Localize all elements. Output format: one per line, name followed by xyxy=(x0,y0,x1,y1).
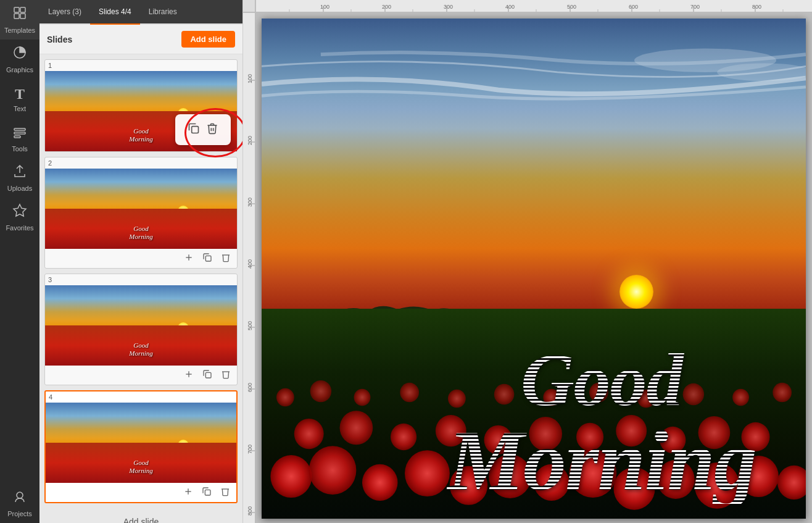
text-icon: T xyxy=(15,86,25,103)
svg-text:800: 800 xyxy=(752,4,761,10)
panel: Layers (3) Slides 4/4 Libraries Slides A… xyxy=(39,0,243,523)
sidebar-text-label: Text xyxy=(14,105,26,112)
slide-4-actions xyxy=(46,483,236,502)
svg-point-90 xyxy=(276,388,294,406)
svg-point-8 xyxy=(17,492,23,498)
svg-text:300: 300 xyxy=(444,4,453,10)
sidebar-item-tools[interactable]: Tools xyxy=(0,119,39,158)
svg-point-91 xyxy=(310,380,332,401)
slide-thumb-text-4: GoodMorning xyxy=(129,459,153,475)
svg-text:100: 100 xyxy=(247,74,253,83)
sidebar-item-favorites[interactable]: Favorites xyxy=(0,198,39,237)
ruler-corner xyxy=(243,0,255,12)
sidebar-item-text[interactable]: T Text xyxy=(0,79,39,119)
slide-3-delete-button[interactable] xyxy=(218,368,233,382)
slide-2-actions xyxy=(45,249,237,268)
svg-text:600: 600 xyxy=(629,4,638,10)
projects-icon xyxy=(12,489,27,508)
slide-2-delete-button[interactable] xyxy=(218,251,233,266)
uploads-icon xyxy=(12,164,27,182)
svg-text:500: 500 xyxy=(247,321,253,330)
svg-text:600: 600 xyxy=(247,383,253,392)
svg-rect-18 xyxy=(205,490,210,495)
svg-rect-15 xyxy=(205,372,211,378)
svg-point-68 xyxy=(362,464,398,500)
main-canvas: Good Morning xyxy=(255,12,812,523)
svg-rect-1 xyxy=(20,7,25,12)
svg-point-66 xyxy=(270,455,312,498)
svg-rect-3 xyxy=(20,14,25,19)
slide-4-duplicate-button[interactable] xyxy=(199,485,214,500)
sidebar-item-uploads[interactable]: Uploads xyxy=(0,158,39,198)
svg-point-67 xyxy=(309,446,357,495)
slide-thumbnail-4: GoodMorning xyxy=(46,403,236,483)
slide-3-actions xyxy=(45,366,237,385)
ruler-top: 100 200 300 400 500 600 700 800 900 xyxy=(255,0,812,12)
add-slide-button[interactable]: Add slide xyxy=(181,31,235,48)
slide-number-2: 2 xyxy=(45,157,237,169)
slide-item-3[interactable]: 3 GoodMorning xyxy=(44,274,238,385)
tab-slides[interactable]: Slides 4/4 xyxy=(90,0,140,25)
slide-3-duplicate-button[interactable] xyxy=(200,368,215,382)
popup-delete-button[interactable] xyxy=(206,122,218,138)
slide-number-1: 1 xyxy=(45,60,237,71)
svg-point-92 xyxy=(354,388,371,406)
sidebar-item-projects[interactable]: Projects xyxy=(0,483,39,523)
svg-rect-2 xyxy=(14,14,19,19)
svg-text:100: 100 xyxy=(320,4,329,10)
slide-number-4: 4 xyxy=(46,391,236,403)
slide-4-delete-button[interactable] xyxy=(218,485,233,500)
slide-thumb-text-3: GoodMorning xyxy=(129,341,153,358)
svg-rect-7 xyxy=(14,136,20,138)
slide-2-add-button[interactable] xyxy=(181,251,196,266)
svg-text:800: 800 xyxy=(247,506,253,516)
slide-3-add-button[interactable] xyxy=(181,368,196,382)
sidebar-item-graphics[interactable]: Graphics xyxy=(0,40,39,79)
svg-rect-6 xyxy=(14,132,25,134)
svg-text:700: 700 xyxy=(247,445,253,454)
popup-duplicate-button[interactable] xyxy=(188,122,200,138)
favorites-icon xyxy=(12,203,27,222)
ruler-left-svg: 100 200 300 400 500 600 700 800 xyxy=(243,12,255,523)
canvas-area: 100 200 300 400 500 600 700 800 900 xyxy=(243,0,812,523)
canvas-text-morning: Morning xyxy=(398,417,806,504)
sidebar-item-templates[interactable]: Templates xyxy=(0,0,39,40)
svg-text:200: 200 xyxy=(247,136,253,145)
canvas-frame: Good Morning xyxy=(262,19,806,519)
slide-item-4[interactable]: 4 GoodMorning xyxy=(44,390,238,503)
svg-rect-0 xyxy=(14,7,19,12)
slide-thumb-text-1: GoodMorning xyxy=(129,127,153,143)
slide-thumbnail-3: GoodMorning xyxy=(45,285,237,366)
svg-text:500: 500 xyxy=(567,4,576,10)
sidebar-uploads-label: Uploads xyxy=(7,185,32,192)
slide-thumbnail-2: GoodMorning xyxy=(45,169,237,249)
canvas-good-morning-text: Good Morning xyxy=(398,343,806,504)
graphics-icon xyxy=(12,45,27,64)
sidebar-templates-label: Templates xyxy=(4,27,35,34)
svg-point-79 xyxy=(294,418,324,448)
sidebar-tools-label: Tools xyxy=(12,145,28,153)
ruler-left: 100 200 300 400 500 600 700 800 xyxy=(243,12,255,523)
add-slide-link[interactable]: Add slide xyxy=(44,508,238,523)
canvas-text-good: Good xyxy=(398,343,806,417)
slide-item-1[interactable]: 1 GoodMorning xyxy=(44,59,238,152)
templates-icon xyxy=(12,6,27,24)
svg-text:200: 200 xyxy=(382,4,391,10)
slides-panel-title: Slides xyxy=(47,35,72,44)
slide-4-add-button[interactable] xyxy=(181,485,196,500)
slide-number-3: 3 xyxy=(45,274,237,285)
svg-rect-12 xyxy=(205,256,211,261)
slide-item-2[interactable]: 2 GoodMorning xyxy=(44,157,238,269)
slides-header: Slides Add slide xyxy=(39,25,242,54)
tab-libraries[interactable]: Libraries xyxy=(140,0,186,25)
slide-2-duplicate-button[interactable] xyxy=(200,251,215,266)
ruler-top-svg: 100 200 300 400 500 600 700 800 900 xyxy=(255,0,812,12)
sidebar: Templates Graphics T Text Tools xyxy=(0,0,39,523)
slides-list: 1 GoodMorning xyxy=(39,54,242,523)
sidebar-projects-label: Projects xyxy=(7,510,32,517)
svg-text:700: 700 xyxy=(690,4,700,10)
svg-text:400: 400 xyxy=(247,259,253,269)
tab-layers[interactable]: Layers (3) xyxy=(39,0,90,25)
canvas-clouds xyxy=(262,33,806,159)
tools-icon xyxy=(12,124,27,143)
